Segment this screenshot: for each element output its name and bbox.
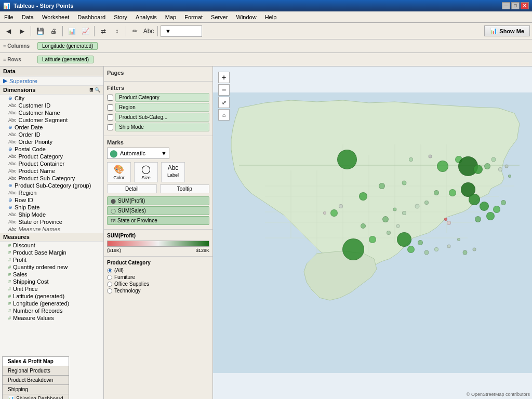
bubble-37[interactable] (463, 250, 468, 255)
category-option-3[interactable]: Technology (107, 288, 209, 294)
bubble-26[interactable] (486, 212, 495, 220)
dimension-customer-segment[interactable]: AbcCustomer Segment (0, 116, 103, 124)
radio-dot-2[interactable] (107, 282, 112, 287)
bubble-41[interactable] (361, 223, 366, 229)
latitude-pill[interactable]: Latitude (generated) (37, 56, 94, 63)
swap-button[interactable]: ⇄ (97, 25, 110, 37)
menu-item-story[interactable]: Story (110, 11, 131, 22)
bubble-36[interactable] (457, 238, 460, 241)
menu-item-file[interactable]: File (0, 11, 18, 22)
filter-chip-3[interactable]: Ship Mode (115, 123, 209, 131)
bubble-24[interactable] (382, 216, 389, 222)
bubble-35[interactable] (447, 244, 451, 248)
measure-product-base-margin[interactable]: #Product Base Margin (0, 249, 103, 256)
bubble-22[interactable] (402, 211, 406, 215)
radio-dot-3[interactable] (107, 288, 112, 294)
bubble-7[interactable] (437, 161, 448, 172)
bubble-25[interactable] (480, 202, 489, 211)
bubble-39[interactable] (342, 238, 364, 260)
sort-dimensions-icon[interactable]: ⊞ (89, 87, 94, 92)
sales-pill[interactable]: ◯ SUM(Sales) (107, 206, 209, 215)
dimension-product-category[interactable]: AbcProduct Category (0, 153, 103, 160)
bubble-32[interactable] (418, 240, 423, 245)
dimension-row-id[interactable]: ⊕Row ID (0, 196, 103, 204)
bubble-33[interactable] (424, 250, 429, 255)
dimension-postal-code[interactable]: ⊕Postal Code (0, 145, 103, 153)
dimension-product-sub-category[interactable]: AbcProduct Sub-Category (0, 175, 103, 182)
menu-item-worksheet[interactable]: Worksheet (38, 11, 73, 22)
filter-checkbox-0[interactable] (107, 95, 113, 101)
bubble-14[interactable] (504, 165, 508, 168)
bubble-21[interactable] (415, 204, 419, 208)
dimension-city[interactable]: ⊕City (0, 95, 103, 102)
measure-profit[interactable]: #Profit (0, 256, 103, 263)
bubble-46[interactable] (447, 221, 451, 225)
bubble-42[interactable] (387, 231, 391, 235)
measure-discount[interactable]: #Discount (0, 242, 103, 249)
dimension-order-date[interactable]: ⊕Order Date (0, 124, 103, 131)
menu-item-data[interactable]: Data (18, 11, 38, 22)
bubble-1[interactable] (359, 192, 367, 201)
bubble-30[interactable] (397, 232, 411, 247)
detail-button[interactable]: Detail (107, 184, 157, 193)
dimension-ship-mode[interactable]: AbcShip Mode (0, 211, 103, 218)
bubble-18[interactable] (449, 189, 456, 196)
bubble-3[interactable] (379, 183, 385, 189)
radio-dot-0[interactable] (107, 268, 112, 273)
category-option-2[interactable]: Office Supplies (107, 281, 209, 287)
menu-item-format[interactable]: Format (180, 11, 207, 22)
filter-button[interactable]: Abc (142, 25, 155, 37)
dimension-customer-id[interactable]: AbcCustomer ID (0, 102, 103, 109)
bubble-31[interactable] (407, 246, 415, 253)
radio-dot-1[interactable] (107, 275, 112, 280)
bubble-11[interactable] (484, 163, 490, 169)
bubble-12[interactable] (491, 157, 496, 162)
menu-item-server[interactable]: Server (207, 11, 232, 22)
bubble-47[interactable] (444, 218, 447, 221)
search-dimensions-icon[interactable]: 🔍 (95, 87, 100, 92)
menu-item-map[interactable]: Map (161, 11, 180, 22)
bubble-15[interactable] (508, 175, 511, 178)
dimension-order-priority[interactable]: AbcOrder Priority (0, 138, 103, 145)
filter-chip-0[interactable]: Product Category (115, 93, 209, 102)
dimension-measure-names[interactable]: AbcMeasure Names (0, 225, 103, 233)
bubble-29[interactable] (475, 216, 481, 222)
chart-button[interactable]: 📊 (65, 25, 78, 37)
bubble-19[interactable] (434, 190, 439, 195)
measure-sales[interactable]: #Sales (0, 271, 103, 278)
filter-chip-1[interactable]: Region (115, 103, 209, 112)
show-me-button[interactable]: 📊 Show Me (484, 25, 530, 36)
dimension-state-or-province[interactable]: AbcState or Province (0, 218, 103, 225)
menu-item-analysis[interactable]: Analysis (131, 11, 161, 22)
forward-button[interactable]: ▶ (16, 25, 28, 37)
chart2-button[interactable]: 📈 (79, 25, 91, 37)
dimension-ship-date[interactable]: ⊕Ship Date (0, 204, 103, 211)
dimension-customer-name[interactable]: AbcCustomer Name (0, 109, 103, 116)
measure-number-of-records[interactable]: #Number of Records (0, 307, 103, 314)
tab-product-breakdown[interactable]: Product Breakdown (2, 375, 69, 384)
close-button[interactable]: ✕ (521, 2, 529, 9)
bubble-5[interactable] (409, 157, 413, 162)
bubble-44[interactable] (339, 204, 343, 208)
bubble-27[interactable] (493, 206, 500, 213)
dimension-product-name[interactable]: AbcProduct Name (0, 167, 103, 175)
color-button[interactable]: 🎨 Color (107, 162, 131, 182)
highlight-button[interactable]: ✏ (129, 25, 141, 37)
longitude-pill[interactable]: Longitude (generated) (37, 42, 98, 50)
dimension-product-container[interactable]: AbcProduct Container (0, 160, 103, 167)
back-button[interactable]: ◀ (2, 25, 15, 37)
tab-sales-&-profit-map[interactable]: Sales & Profit Map (2, 356, 69, 366)
bubble-34[interactable] (434, 247, 438, 251)
bubble-20[interactable] (424, 201, 429, 205)
filter-checkbox-1[interactable] (107, 104, 113, 111)
measure-quantity-ordered-new[interactable]: #Quantity ordered new (0, 263, 103, 271)
home-button[interactable]: ⌂ (218, 109, 230, 121)
bubble-0[interactable] (337, 150, 357, 169)
menu-item-help[interactable]: Help (261, 11, 281, 22)
zoom-out-button[interactable]: − (218, 84, 230, 96)
profit-pill[interactable]: ⬤ SUM(Profit) (107, 196, 209, 205)
bubble-13[interactable] (498, 167, 502, 171)
category-option-1[interactable]: Furniture (107, 274, 209, 280)
menu-item-dashboard[interactable]: Dashboard (73, 11, 110, 22)
measure-shipping-cost[interactable]: #Shipping Cost (0, 278, 103, 285)
